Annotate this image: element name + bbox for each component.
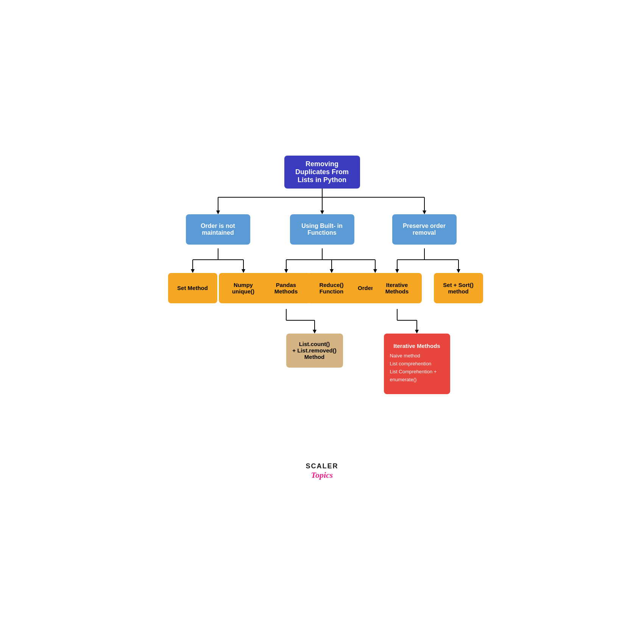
iterative-item-2: List comprehention <box>390 361 432 366</box>
center-branch-node: Using Built- in Functions <box>290 214 354 245</box>
set-method-node: Set Method <box>168 273 217 303</box>
svg-marker-13 <box>242 269 245 273</box>
logo-scaler: SCALER <box>299 462 345 470</box>
logo: SCALER Topics <box>299 462 345 480</box>
set-sort-node: Set + Sort() method <box>434 273 483 303</box>
root-node: Order is not maintained Removing Duplica… <box>284 156 360 189</box>
logo-topics: Topics <box>299 470 345 480</box>
iterative-methods-orange-node: Iterative Methods <box>373 273 422 303</box>
svg-marker-35 <box>415 330 419 334</box>
svg-marker-19 <box>330 269 334 273</box>
pandas-methods-node: Pandas Methods <box>262 273 311 303</box>
svg-marker-3 <box>216 211 220 214</box>
reduce-function-node: Reduce() Function <box>307 273 356 303</box>
svg-marker-21 <box>373 269 377 273</box>
list-count-node: List.count()+ List.removed()Method <box>286 334 343 368</box>
numpy-unique-node: Numpy unique() <box>219 273 268 303</box>
svg-marker-31 <box>457 269 460 273</box>
svg-marker-25 <box>313 330 317 334</box>
iterative-methods-red-node: Iterative Methods Naive method List comp… <box>384 334 450 394</box>
svg-marker-11 <box>191 269 195 273</box>
iterative-item-4: enumerate() <box>390 377 417 382</box>
right-branch-node: Preserve order removal <box>392 214 457 245</box>
svg-marker-5 <box>320 211 324 214</box>
iterative-item-1: Naive method <box>390 353 420 359</box>
svg-marker-17 <box>284 269 288 273</box>
iterative-methods-red-title: Iterative Methods <box>393 343 440 349</box>
iterative-item-3: List Comprehention + <box>390 369 437 374</box>
svg-marker-7 <box>423 211 426 214</box>
left-branch-node: Order is not maintained <box>186 214 250 245</box>
svg-marker-29 <box>395 269 399 273</box>
